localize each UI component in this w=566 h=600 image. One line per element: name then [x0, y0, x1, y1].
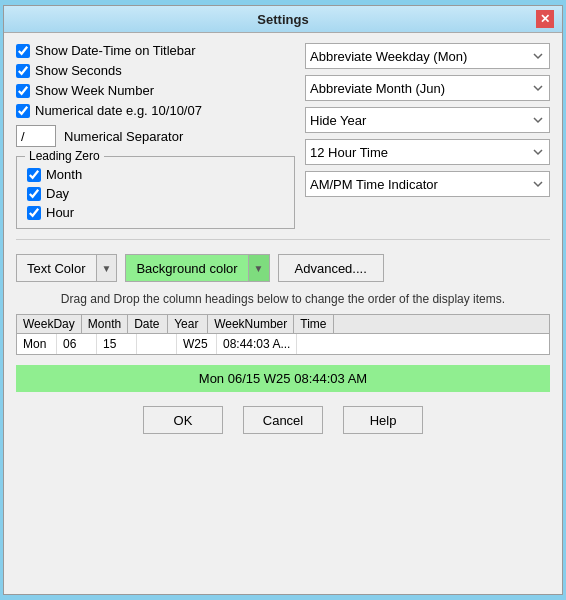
left-column: Show Date-Time on Titlebar Show Seconds …	[16, 43, 295, 229]
text-color-label: Text Color	[17, 261, 96, 276]
cell-time: 08:44:03 A...	[217, 334, 297, 354]
separator-row: Numerical Separator	[16, 125, 295, 147]
cell-weekday: Mon	[17, 334, 57, 354]
show-seconds-row: Show Seconds	[16, 63, 295, 78]
col-header-weeknumber[interactable]: WeekNumber	[208, 315, 294, 333]
col-header-extra	[334, 315, 549, 333]
month-dropdown[interactable]: Abbreviate Month (Jun)	[305, 75, 550, 101]
day-label: Day	[46, 186, 69, 201]
separator-label: Numerical Separator	[64, 129, 183, 144]
top-section: Show Date-Time on Titlebar Show Seconds …	[16, 43, 550, 229]
bg-color-arrow[interactable]: ▼	[248, 255, 269, 281]
cell-weeknumber: W25	[177, 334, 217, 354]
column-table: WeekDay Month Date Year WeekNumber Time …	[16, 314, 550, 355]
titlebar: Settings ✕	[4, 6, 562, 33]
hour-label: Hour	[46, 205, 74, 220]
separator-input[interactable]	[16, 125, 56, 147]
hour-row: Hour	[27, 205, 284, 220]
ok-button[interactable]: OK	[143, 406, 223, 434]
right-column: Abbreviate Weekday (Mon) Abbreviate Mont…	[305, 43, 550, 229]
hour-time-dropdown[interactable]: 12 Hour Time	[305, 139, 550, 165]
ampm-dropdown[interactable]: AM/PM Time Indicator	[305, 171, 550, 197]
leading-zero-box: Leading Zero Month Day Hour	[16, 156, 295, 229]
show-week-label: Show Week Number	[35, 83, 154, 98]
text-color-button[interactable]: Text Color ▼	[16, 254, 117, 282]
preview-bar: Mon 06/15 W25 08:44:03 AM	[16, 365, 550, 392]
col-header-weekday[interactable]: WeekDay	[17, 315, 82, 333]
show-datetime-label: Show Date-Time on Titlebar	[35, 43, 196, 58]
month-checkbox[interactable]	[27, 168, 41, 182]
text-color-arrow[interactable]: ▼	[96, 255, 117, 281]
numerical-date-checkbox[interactable]	[16, 104, 30, 118]
leading-zero-items: Month Day Hour	[27, 167, 284, 220]
table-header-row: WeekDay Month Date Year WeekNumber Time	[17, 315, 549, 334]
show-seconds-checkbox[interactable]	[16, 64, 30, 78]
dnd-label: Drag and Drop the column headings below …	[16, 292, 550, 306]
chevron-down-icon: ▼	[102, 263, 112, 274]
show-datetime-checkbox[interactable]	[16, 44, 30, 58]
cell-extra	[297, 334, 549, 354]
chevron-down-icon-bg: ▼	[254, 263, 264, 274]
show-week-checkbox[interactable]	[16, 84, 30, 98]
help-button[interactable]: Help	[343, 406, 423, 434]
cell-month: 06	[57, 334, 97, 354]
numerical-date-row: Numerical date e.g. 10/10/07	[16, 103, 295, 118]
year-dropdown[interactable]: Hide Year	[305, 107, 550, 133]
leading-zero-legend: Leading Zero	[25, 149, 104, 163]
table-row: Mon 06 15 W25 08:44:03 A...	[17, 334, 549, 354]
bottom-buttons: OK Cancel Help	[16, 398, 550, 444]
day-checkbox[interactable]	[27, 187, 41, 201]
show-datetime-row: Show Date-Time on Titlebar	[16, 43, 295, 58]
col-header-date[interactable]: Date	[128, 315, 168, 333]
show-week-row: Show Week Number	[16, 83, 295, 98]
settings-window: Settings ✕ Show Date-Time on Titlebar Sh…	[3, 5, 563, 595]
cancel-button[interactable]: Cancel	[243, 406, 323, 434]
main-content: Show Date-Time on Titlebar Show Seconds …	[4, 33, 562, 594]
background-color-label: Background color	[126, 261, 247, 276]
divider-1	[16, 239, 550, 240]
close-button[interactable]: ✕	[536, 10, 554, 28]
weekday-dropdown[interactable]: Abbreviate Weekday (Mon)	[305, 43, 550, 69]
show-seconds-label: Show Seconds	[35, 63, 122, 78]
window-title: Settings	[30, 12, 536, 27]
hour-checkbox[interactable]	[27, 206, 41, 220]
day-row: Day	[27, 186, 284, 201]
month-label: Month	[46, 167, 82, 182]
background-color-button[interactable]: Background color ▼	[125, 254, 269, 282]
month-row: Month	[27, 167, 284, 182]
cell-date: 15	[97, 334, 137, 354]
numerical-date-label: Numerical date e.g. 10/10/07	[35, 103, 202, 118]
col-header-month[interactable]: Month	[82, 315, 128, 333]
col-header-year[interactable]: Year	[168, 315, 208, 333]
advanced-button[interactable]: Advanced....	[278, 254, 384, 282]
color-button-row: Text Color ▼ Background color ▼ Advanced…	[16, 254, 550, 282]
cell-year	[137, 334, 177, 354]
col-header-time[interactable]: Time	[294, 315, 334, 333]
